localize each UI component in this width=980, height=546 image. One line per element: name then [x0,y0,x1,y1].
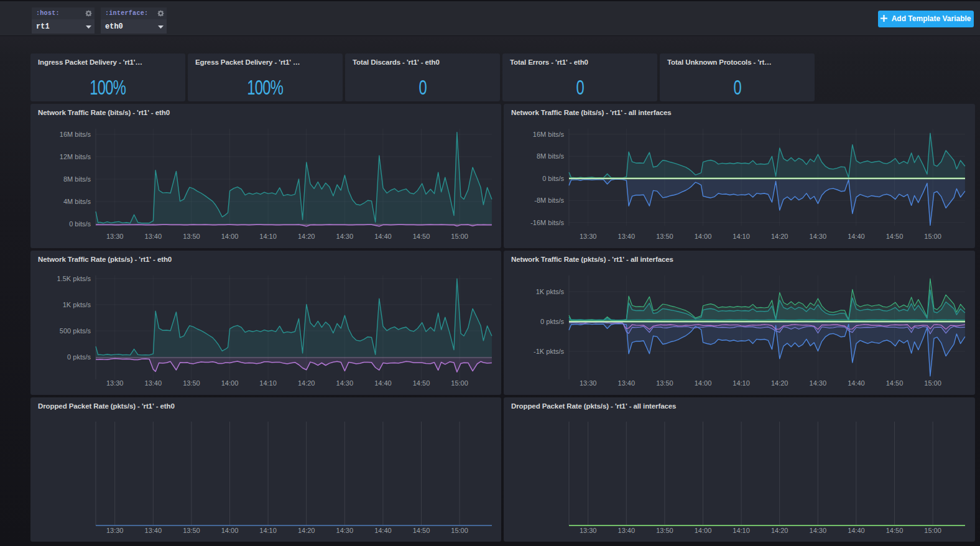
svg-text:14:50: 14:50 [413,379,430,387]
svg-text:14:20: 14:20 [298,527,315,534]
svg-text:14:30: 14:30 [810,527,827,534]
svg-text:13:50: 13:50 [183,233,200,240]
svg-text:14:50: 14:50 [886,233,904,240]
svg-text:14:20: 14:20 [771,527,788,534]
svg-text:-1K pkts/s: -1K pkts/s [534,348,564,355]
svg-text:8M bits/s: 8M bits/s [63,175,91,183]
svg-text:13:50: 13:50 [656,233,673,240]
svg-text:15:00: 15:00 [924,233,941,240]
svg-text:14:00: 14:00 [695,379,712,387]
svg-text:13:40: 13:40 [145,527,162,534]
svg-text:14:50: 14:50 [413,233,430,240]
svg-text:14:10: 14:10 [733,233,750,240]
svg-text:14:20: 14:20 [298,379,315,387]
svg-text:15:00: 15:00 [451,527,468,534]
svg-text:15:00: 15:00 [451,233,468,240]
svg-text:16M bits/s: 16M bits/s [533,131,565,138]
svg-text:1K pkts/s: 1K pkts/s [63,301,91,308]
svg-text:13:30: 13:30 [580,233,597,240]
svg-text:14:30: 14:30 [336,527,354,534]
svg-text:14:10: 14:10 [733,379,750,387]
svg-text:13:40: 13:40 [145,233,162,240]
svg-text:14:20: 14:20 [298,233,315,240]
svg-text:14:30: 14:30 [810,233,827,240]
svg-text:13:50: 13:50 [656,379,673,387]
svg-text:14:00: 14:00 [221,527,239,534]
svg-text:0 pkts/s: 0 pkts/s [540,318,564,325]
svg-text:13:30: 13:30 [106,379,124,387]
svg-text:13:30: 13:30 [580,379,597,387]
svg-text:14:30: 14:30 [810,379,827,387]
svg-text:-16M bits/s: -16M bits/s [530,219,564,226]
svg-text:15:00: 15:00 [924,379,941,387]
svg-text:15:00: 15:00 [451,379,468,387]
svg-text:13:50: 13:50 [183,379,200,387]
svg-text:13:30: 13:30 [580,527,597,534]
svg-text:13:30: 13:30 [106,527,124,534]
svg-text:15:00: 15:00 [924,527,941,534]
svg-text:13:40: 13:40 [618,233,636,240]
svg-text:14:40: 14:40 [374,379,392,387]
svg-text:16M bits/s: 16M bits/s [60,131,91,138]
svg-text:14:20: 14:20 [771,379,788,387]
svg-text:14:50: 14:50 [886,527,904,534]
svg-text:14:30: 14:30 [336,379,354,387]
svg-text:13:40: 13:40 [618,379,636,387]
svg-text:13:40: 13:40 [618,527,636,534]
svg-text:0 bits/s: 0 bits/s [69,220,91,228]
svg-text:13:50: 13:50 [656,527,673,534]
svg-text:14:50: 14:50 [413,527,430,534]
svg-text:4M bits/s: 4M bits/s [63,198,91,205]
svg-text:14:30: 14:30 [336,233,354,240]
svg-text:14:10: 14:10 [259,527,277,534]
svg-text:12M bits/s: 12M bits/s [60,153,91,160]
svg-text:13:30: 13:30 [106,233,124,240]
svg-text:14:10: 14:10 [733,527,750,534]
svg-text:14:00: 14:00 [221,233,239,240]
svg-text:0 pkts/s: 0 pkts/s [67,353,91,361]
svg-text:14:40: 14:40 [374,527,392,534]
svg-text:14:40: 14:40 [374,233,392,240]
svg-text:14:20: 14:20 [771,233,788,240]
svg-text:13:50: 13:50 [183,527,200,534]
svg-text:1K pkts/s: 1K pkts/s [536,288,565,295]
svg-text:14:10: 14:10 [259,233,277,240]
svg-text:14:00: 14:00 [221,379,239,387]
svg-text:14:40: 14:40 [848,379,865,387]
svg-text:14:40: 14:40 [848,527,865,534]
svg-text:0 bits/s: 0 bits/s [542,175,564,182]
svg-text:13:40: 13:40 [145,379,162,387]
svg-text:14:00: 14:00 [695,527,712,534]
svg-text:14:40: 14:40 [848,233,865,240]
svg-text:-8M bits/s: -8M bits/s [534,197,564,204]
svg-text:14:50: 14:50 [886,379,904,387]
svg-text:500 pkts/s: 500 pkts/s [60,327,91,335]
svg-text:8M bits/s: 8M bits/s [537,152,565,160]
svg-text:14:00: 14:00 [695,233,712,240]
svg-text:1.5K pkts/s: 1.5K pkts/s [57,275,91,282]
svg-text:14:10: 14:10 [259,379,277,387]
